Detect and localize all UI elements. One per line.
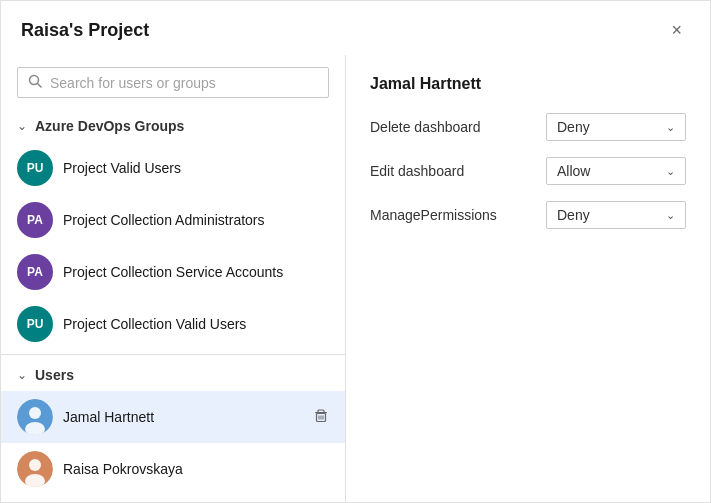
permission-label: ManagePermissions xyxy=(370,207,530,223)
users-section-label: Users xyxy=(35,367,74,383)
edit-dashboard-select[interactable]: Allow ⌄ xyxy=(546,157,686,185)
select-value: Allow xyxy=(557,163,590,179)
avatar xyxy=(17,451,53,487)
groups-section-label: Azure DevOps Groups xyxy=(35,118,184,134)
search-icon xyxy=(28,74,42,91)
left-panel: ⌄ Azure DevOps Groups PU Project Valid U… xyxy=(1,55,346,502)
groups-section-header[interactable]: ⌄ Azure DevOps Groups xyxy=(1,110,345,142)
avatar: PU xyxy=(17,150,53,186)
group-item-name: Project Valid Users xyxy=(63,160,181,176)
dialog-header: Raisa's Project × xyxy=(1,1,710,55)
dialog-body: ⌄ Azure DevOps Groups PU Project Valid U… xyxy=(1,55,710,502)
manage-permissions-select[interactable]: Deny ⌄ xyxy=(546,201,686,229)
list-item[interactable]: Raisa Pokrovskaya xyxy=(1,443,345,495)
close-button[interactable]: × xyxy=(663,17,690,43)
search-box xyxy=(17,67,329,98)
permission-row: Delete dashboard Deny ⌄ xyxy=(370,113,686,141)
delete-user-icon[interactable] xyxy=(313,408,329,427)
select-value: Deny xyxy=(557,207,590,223)
group-item-name: Project Collection Administrators xyxy=(63,212,265,228)
permission-label: Delete dashboard xyxy=(370,119,530,135)
group-item-name: Project Collection Valid Users xyxy=(63,316,246,332)
list-item[interactable]: PU Project Collection Valid Users xyxy=(1,298,345,350)
dialog: Raisa's Project × ⌄ Azure DevOps Groups xyxy=(0,0,711,503)
delete-dashboard-select[interactable]: Deny ⌄ xyxy=(546,113,686,141)
user-item-name: Raisa Pokrovskaya xyxy=(63,461,183,477)
svg-point-3 xyxy=(29,407,41,419)
chevron-down-icon: ⌄ xyxy=(666,209,675,222)
svg-line-1 xyxy=(38,84,42,88)
search-input[interactable] xyxy=(50,75,318,91)
right-panel: Jamal Hartnett Delete dashboard Deny ⌄ E… xyxy=(346,55,710,502)
groups-chevron-icon: ⌄ xyxy=(17,119,27,133)
list-item[interactable]: PA Project Collection Administrators xyxy=(1,194,345,246)
group-item-name: Project Collection Service Accounts xyxy=(63,264,283,280)
avatar: PU xyxy=(17,306,53,342)
avatar: PA xyxy=(17,254,53,290)
dialog-title: Raisa's Project xyxy=(21,20,149,41)
users-section-header[interactable]: ⌄ Users xyxy=(1,359,345,391)
permission-row: ManagePermissions Deny ⌄ xyxy=(370,201,686,229)
avatar: PA xyxy=(17,202,53,238)
selected-user-title: Jamal Hartnett xyxy=(370,75,686,93)
select-value: Deny xyxy=(557,119,590,135)
user-item-name: Jamal Hartnett xyxy=(63,409,154,425)
list-item[interactable]: PA Project Collection Service Accounts xyxy=(1,246,345,298)
chevron-down-icon: ⌄ xyxy=(666,165,675,178)
permission-row: Edit dashboard Allow ⌄ xyxy=(370,157,686,185)
avatar xyxy=(17,399,53,435)
chevron-down-icon: ⌄ xyxy=(666,121,675,134)
list-item[interactable]: Jamal Hartnett xyxy=(1,391,345,443)
divider xyxy=(1,354,345,355)
users-chevron-icon: ⌄ xyxy=(17,368,27,382)
list-item[interactable]: PU Project Valid Users xyxy=(1,142,345,194)
svg-point-11 xyxy=(29,459,41,471)
permission-label: Edit dashboard xyxy=(370,163,530,179)
